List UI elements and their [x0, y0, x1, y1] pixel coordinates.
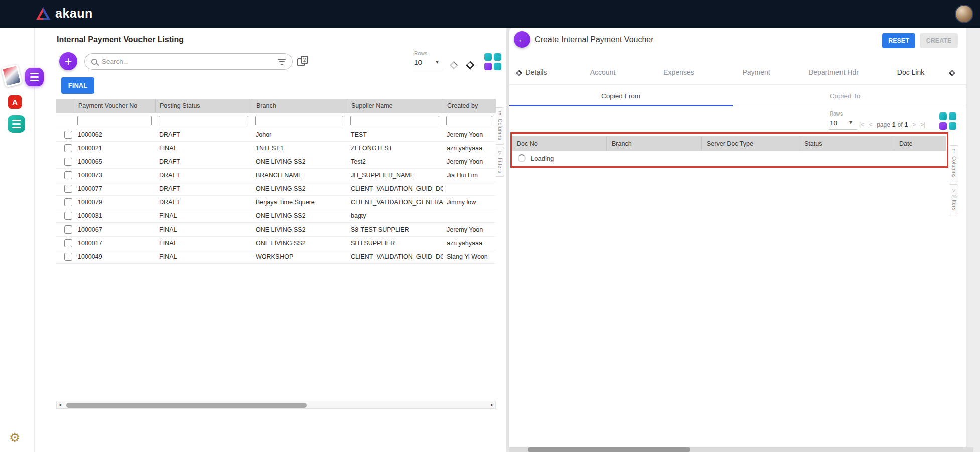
rows-per-page-select[interactable]: 10	[830, 119, 837, 127]
tab-details[interactable]: Details	[526, 68, 547, 76]
table-row[interactable]: 1000065 DRAFT ONE LIVING SS2 Test2 Jerem…	[56, 155, 496, 169]
filters-side-tab[interactable]: ▽ Filters	[950, 184, 958, 214]
table-row[interactable]: 1000077 DRAFT ONE LIVING SS2 CLIENT_VALI…	[56, 182, 496, 196]
listing-app-icon[interactable]	[8, 115, 25, 133]
tab-doc-link[interactable]: Doc Link	[897, 68, 924, 76]
top-bar: akaun	[0, 0, 980, 28]
tab-department-hdr[interactable]: Department Hdr	[808, 68, 859, 76]
subtab-copied-from[interactable]: Copied From	[601, 92, 640, 100]
tab-account[interactable]: Account	[590, 68, 616, 76]
table-row[interactable]: 1000079 DRAFT Berjaya Time Squere CLIENT…	[56, 196, 496, 209]
scroll-left-arrow-icon[interactable]: ◂	[59, 402, 61, 407]
table-row[interactable]: 1000031 FINAL ONE LIVING SS2 bagty	[56, 209, 496, 223]
back-button[interactable]: ←	[514, 31, 530, 48]
column-header[interactable]: Doc No	[512, 136, 606, 151]
grid-view-button[interactable]	[939, 112, 956, 130]
column-header[interactable]: Posting Status	[155, 99, 252, 113]
bento-square	[939, 122, 947, 130]
scroll-right-arrow-icon[interactable]: ▸	[491, 402, 493, 407]
final-filter-chip[interactable]: FINAL	[61, 77, 94, 94]
row-checkbox[interactable]	[64, 158, 72, 166]
listing-title: Internal Payment Voucher Listing	[57, 35, 184, 44]
scrollbar-thumb[interactable]	[528, 447, 690, 452]
column-header[interactable]: Supplier Name	[347, 99, 443, 113]
filter-input-supplier-name[interactable]	[350, 116, 439, 125]
filter-input-created-by[interactable]	[446, 116, 492, 125]
add-voucher-button[interactable]: +	[59, 52, 77, 70]
active-subtab-underline	[509, 105, 733, 106]
tab-expenses[interactable]: Expenses	[663, 68, 694, 76]
funnel-icon: ▽	[498, 150, 502, 155]
app-menu-button[interactable]	[25, 68, 44, 86]
table-row[interactable]: 1000017 FINAL ONE LIVING SS2 SITI SUPPLI…	[56, 237, 496, 250]
tab-payment[interactable]: Payment	[742, 68, 770, 76]
search-input[interactable]	[102, 58, 273, 65]
table-row[interactable]: 1000067 FINAL ONE LIVING SS2 S8-TEST-SUP…	[56, 223, 496, 237]
filter-input-posting-status[interactable]	[159, 116, 248, 125]
column-header[interactable]: Server Doc Type	[701, 136, 799, 151]
cell-branch: BRANCH NAME	[252, 172, 347, 179]
grid-view-button[interactable]	[484, 53, 501, 70]
chevron-down-icon[interactable]: ▾	[849, 119, 852, 126]
panel-divider	[506, 28, 509, 452]
row-checkbox[interactable]	[64, 171, 72, 179]
cell-branch: ONE LIVING SS2	[252, 158, 347, 165]
row-checkbox[interactable]	[64, 225, 72, 234]
reset-button[interactable]: RESET	[882, 33, 915, 48]
duplicate-view-button[interactable]: 2	[297, 56, 309, 68]
doc-link-table-header: Doc No Branch Server Doc Type Status Dat…	[512, 136, 946, 151]
table-row[interactable]: 1000049 FINAL WORKSHOP CLIENT_VALIDATION…	[56, 250, 496, 264]
settings-gear-icon[interactable]: ⚙	[9, 430, 20, 445]
cell-created-by: azri yahyaaa	[443, 240, 496, 247]
row-checkbox[interactable]	[64, 144, 72, 152]
table-row[interactable]: 1000073 DRAFT BRANCH NAME JH_SUPPLIER_NA…	[56, 169, 496, 182]
bento-square	[484, 63, 492, 70]
row-checkbox[interactable]	[64, 253, 72, 261]
menu-bar-icon	[30, 76, 39, 78]
prev-page-icon[interactable]: <	[869, 121, 872, 128]
row-checkbox[interactable]	[64, 239, 72, 247]
horizontal-scrollbar[interactable]	[509, 447, 973, 452]
user-avatar[interactable]	[955, 5, 973, 23]
filters-side-tab[interactable]: ▽ Filters	[496, 147, 504, 177]
filter-input-branch[interactable]	[255, 116, 343, 125]
table-row[interactable]: 1000062 DRAFT Johor TEST Jeremy Yoon	[56, 128, 496, 142]
chevron-down-icon[interactable]: ▾	[436, 58, 439, 65]
column-header[interactable]: Payment Voucher No	[74, 99, 155, 113]
first-page-icon[interactable]: |<	[859, 121, 864, 128]
filter-lines-icon[interactable]	[278, 59, 286, 65]
row-checkbox[interactable]	[64, 212, 72, 220]
column-header[interactable]: Created by	[443, 99, 496, 113]
columns-side-tab[interactable]: ⠿ Columns	[496, 107, 504, 145]
horizontal-scrollbar[interactable]: ◂ ▸	[56, 401, 496, 409]
cell-created-by: Jeremy Yoon	[443, 131, 496, 138]
scrollbar-thumb[interactable]	[66, 403, 307, 408]
search-icon	[91, 59, 97, 65]
cell-posting-status: FINAL	[155, 240, 252, 247]
subtab-copied-to[interactable]: Copied To	[830, 92, 861, 100]
pdf-app-icon[interactable]: A	[8, 95, 22, 109]
listing-table-header: Payment Voucher No Posting Status Branch…	[56, 99, 496, 113]
column-header[interactable]: Status	[799, 136, 894, 151]
filter-input-voucher-no[interactable]	[77, 116, 152, 125]
create-button[interactable]: CREATE	[920, 33, 958, 48]
cell-branch: ONE LIVING SS2	[252, 240, 347, 247]
row-checkbox[interactable]	[64, 198, 72, 206]
row-checkbox[interactable]	[64, 185, 72, 193]
cell-branch: ONE LIVING SS2	[252, 226, 347, 233]
table-row[interactable]: 1000021 FINAL 1NTEST1 ZELONGTEST azri ya…	[56, 142, 496, 155]
row-checkbox[interactable]	[64, 131, 72, 139]
columns-side-tab-label: Columns	[497, 119, 503, 140]
next-page-icon[interactable]: >	[912, 121, 916, 128]
last-page-icon[interactable]: >|	[920, 121, 925, 128]
cell-voucher-no: 1000021	[74, 145, 155, 152]
columns-side-tab[interactable]: ⠿ Columns	[950, 145, 958, 182]
cell-supplier-name: SITI SUPPLIER	[347, 240, 443, 247]
rows-per-page-select[interactable]: 10	[414, 59, 422, 66]
cell-posting-status: DRAFT	[155, 172, 252, 179]
column-header[interactable]: Date	[894, 136, 946, 151]
column-header[interactable]: Branch	[606, 136, 701, 151]
column-header[interactable]: Branch	[252, 99, 347, 113]
of-word: of	[898, 121, 903, 128]
grip-icon: ⠿	[952, 149, 956, 154]
